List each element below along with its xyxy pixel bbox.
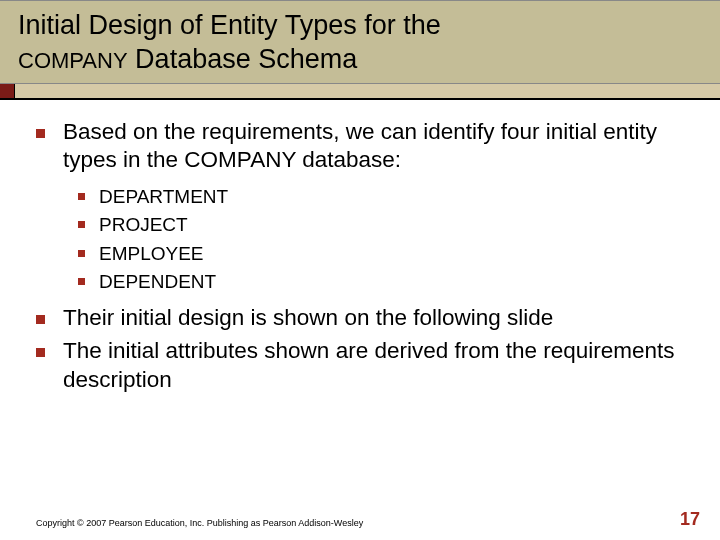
title-line1: Initial Design of Entity Types for the [18, 10, 441, 40]
slide-body: Based on the requirements, we can identi… [0, 100, 720, 395]
title-line2-rest: Database Schema [128, 44, 358, 74]
bullet-icon [78, 193, 85, 200]
slide-header: Initial Design of Entity Types for the C… [0, 0, 720, 84]
bullet-2-text: Their initial design is shown on the fol… [63, 304, 553, 333]
sub-bullet-4-text: DEPENDENT [99, 270, 216, 294]
divider-accent [0, 84, 14, 98]
bullet-icon [36, 129, 45, 138]
bullet-1-text: Based on the requirements, we can identi… [63, 118, 684, 176]
sub-bullet-4: DEPENDENT [78, 270, 684, 294]
bullet-1: Based on the requirements, we can identi… [36, 118, 684, 176]
bullet-icon [36, 348, 45, 357]
bullet-3-text: The initial attributes shown are derived… [63, 337, 684, 395]
sub-bullet-3-text: EMPLOYEE [99, 242, 204, 266]
bullet-icon [78, 278, 85, 285]
sub-bullet-3: EMPLOYEE [78, 242, 684, 266]
sub-bullet-1: DEPARTMENT [78, 185, 684, 209]
sub-bullets: DEPARTMENT PROJECT EMPLOYEE DEPENDENT [36, 185, 684, 294]
bullet-icon [36, 315, 45, 324]
sub-bullet-1-text: DEPARTMENT [99, 185, 228, 209]
header-divider [0, 84, 720, 100]
sub-bullet-2: PROJECT [78, 213, 684, 237]
divider-fill [14, 84, 720, 98]
bullet-2: Their initial design is shown on the fol… [36, 304, 684, 333]
bullet-icon [78, 250, 85, 257]
slide-title: Initial Design of Entity Types for the C… [18, 9, 702, 77]
page-number: 17 [680, 509, 700, 530]
bullet-icon [78, 221, 85, 228]
sub-bullet-2-text: PROJECT [99, 213, 188, 237]
bullet-3: The initial attributes shown are derived… [36, 337, 684, 395]
title-company: COMPANY [18, 48, 128, 73]
copyright-footer: Copyright © 2007 Pearson Education, Inc.… [36, 518, 363, 528]
